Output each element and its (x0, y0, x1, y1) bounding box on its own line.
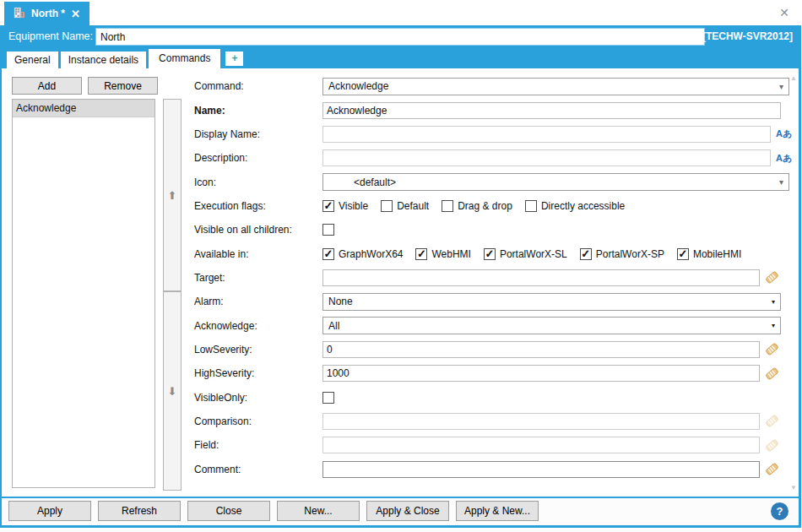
available-in-row: Available in:✓GraphWorX64✓WebHMI✓PortalW… (194, 242, 790, 265)
low-severity-field (322, 341, 790, 358)
acknowledge-select[interactable]: All▾ (322, 317, 781, 334)
document-tab-close-icon[interactable]: ✕ (71, 8, 80, 20)
alarm-row: Alarm:None▾ (194, 290, 790, 313)
execution-flags-options: ✓VisibleDefaultDrag & dropDirectly acces… (322, 200, 625, 212)
command-list: Acknowledge (12, 99, 155, 488)
checkmark-icon: ✓ (417, 248, 426, 259)
directly-accessible-checkbox[interactable] (525, 200, 537, 212)
portalworx-sl-option: ✓PortalWorX-SL (484, 248, 567, 260)
target-row: Target: (194, 266, 790, 290)
drag-drop-checkbox[interactable] (442, 200, 453, 212)
portalworx-sl-checkbox[interactable]: ✓ (484, 248, 496, 260)
checkmark-icon: ✓ (485, 248, 494, 259)
comparison-field (322, 413, 790, 430)
checkmark-icon: ✓ (324, 200, 333, 211)
move-up-button[interactable]: ⬆ (163, 99, 182, 291)
acknowledge-value: All (328, 320, 339, 332)
execution-flags-row: Execution flags:✓VisibleDefaultDrag & dr… (194, 194, 790, 218)
equipment-name-input[interactable] (95, 28, 705, 46)
add-command-button[interactable]: Add (12, 77, 82, 95)
acknowledge-field: All▾ (322, 317, 790, 334)
visible-only-row: VisibleOnly: (194, 385, 790, 409)
equipment-name-bar: Equipment Name: [TECHW-SVR2012] (0, 25, 801, 48)
default-checkbox[interactable] (381, 200, 393, 212)
alarm-value: None (328, 296, 353, 307)
webhmi-checkbox[interactable]: ✓ (415, 248, 427, 260)
command-label: Command: (194, 80, 322, 92)
add-tab-button[interactable]: + (225, 52, 243, 66)
visible-checkbox[interactable]: ✓ (322, 200, 334, 212)
document-tab-north[interactable]: North * ✕ (4, 2, 89, 25)
scroll-up-icon[interactable]: ▲ (790, 74, 797, 82)
window-close-icon[interactable]: ✕ (777, 5, 792, 20)
name-row: Name: (194, 98, 790, 122)
remove-command-button[interactable]: Remove (88, 77, 158, 95)
new-button[interactable]: New... (277, 501, 360, 521)
reorder-column: ⬆ ⬇ (163, 99, 182, 491)
icon-row: Icon:<default>▾ (194, 170, 790, 193)
close-button[interactable]: Close (187, 501, 270, 521)
drag-drop-checkbox-label: Drag & drop (458, 200, 512, 212)
data-tag-icon[interactable] (765, 462, 779, 476)
name-input[interactable] (322, 102, 781, 119)
graphworx64-checkbox[interactable]: ✓ (322, 248, 334, 260)
visible-only-field (322, 392, 790, 404)
refresh-button[interactable]: Refresh (98, 501, 181, 521)
tab-commands[interactable]: Commands (149, 49, 220, 68)
available-in-field: ✓GraphWorX64✓WebHMI✓PortalWorX-SL✓Portal… (322, 248, 790, 260)
equipment-config-window: North * ✕ ✕ Equipment Name: [TECHW-SVR20… (0, 0, 802, 532)
apply-and-new-button[interactable]: Apply & New... (456, 501, 539, 521)
data-tag-icon[interactable] (765, 270, 779, 285)
alarm-select[interactable]: None▾ (322, 293, 781, 311)
command-value: Acknowledge (328, 80, 388, 92)
display-name-row: Display Name:Aあ (194, 122, 790, 146)
command-row: Command:Acknowledge▾ (194, 74, 790, 98)
tab-general[interactable]: General (7, 52, 58, 68)
portalworx-sp-checkbox[interactable]: ✓ (580, 248, 592, 260)
comment-input[interactable] (322, 461, 760, 478)
move-down-button[interactable]: ⬇ (163, 291, 182, 491)
comparison-input[interactable] (322, 413, 760, 430)
icon-select[interactable]: <default>▾ (322, 173, 789, 191)
visible-only-checkbox[interactable] (322, 392, 334, 404)
checkmark-icon: ✓ (581, 248, 590, 259)
tab-instance-details[interactable]: Instance details (61, 52, 146, 68)
visible-only-option (322, 392, 334, 404)
commands-tab-content: Add Remove Acknowledge ⬆ ⬇ Command:Ackno… (2, 68, 799, 497)
apply-button[interactable]: Apply (8, 501, 91, 521)
target-input[interactable] (322, 269, 760, 286)
field-input[interactable] (322, 437, 760, 453)
display-name-input[interactable] (322, 126, 771, 143)
portalworx-sp-checkbox-label: PortalWorX-SP (596, 248, 664, 260)
webhmi-option: ✓WebHMI (415, 248, 470, 260)
description-input[interactable] (322, 149, 771, 166)
alarm-field: None▾ (322, 293, 790, 311)
comment-row: Comment: (194, 458, 790, 481)
default-option: Default (381, 200, 429, 212)
execution-flags-field: ✓VisibleDefaultDrag & dropDirectly acces… (322, 200, 790, 212)
acknowledge-row: Acknowledge:All▾ (194, 313, 790, 337)
low-severity-input[interactable] (322, 341, 760, 358)
visible-on-all-children-row: Visible on all children: (194, 218, 790, 242)
visible-checkbox-label: Visible (339, 200, 368, 212)
help-button[interactable]: ? (771, 502, 788, 520)
visible-on-all-children-option (322, 224, 334, 236)
apply-and-close-button[interactable]: Apply & Close (366, 501, 449, 521)
command-select[interactable]: Acknowledge▾ (322, 78, 789, 95)
chevron-down-icon: ▾ (779, 177, 783, 187)
command-field: Acknowledge▾ (322, 78, 790, 95)
low-severity-row: LowSeverity: (194, 338, 790, 361)
visible-on-all-children-checkbox[interactable] (322, 224, 334, 236)
equipment-building-icon (14, 7, 25, 21)
mobilehmi-checkbox[interactable]: ✓ (677, 248, 689, 260)
high-severity-input[interactable] (322, 365, 760, 382)
visible-only-label: VisibleOnly: (194, 392, 322, 404)
visible-on-all-children-label: Visible on all children: (194, 224, 322, 236)
command-list-item[interactable]: Acknowledge (13, 100, 154, 117)
form-scrollbar[interactable]: ▲ ▼ (790, 74, 797, 491)
data-tag-icon[interactable] (765, 342, 779, 356)
scroll-down-icon[interactable]: ▼ (790, 484, 797, 491)
name-field (322, 102, 790, 119)
data-tag-icon[interactable] (765, 366, 779, 381)
document-tab-strip: North * ✕ ✕ (0, 0, 802, 25)
